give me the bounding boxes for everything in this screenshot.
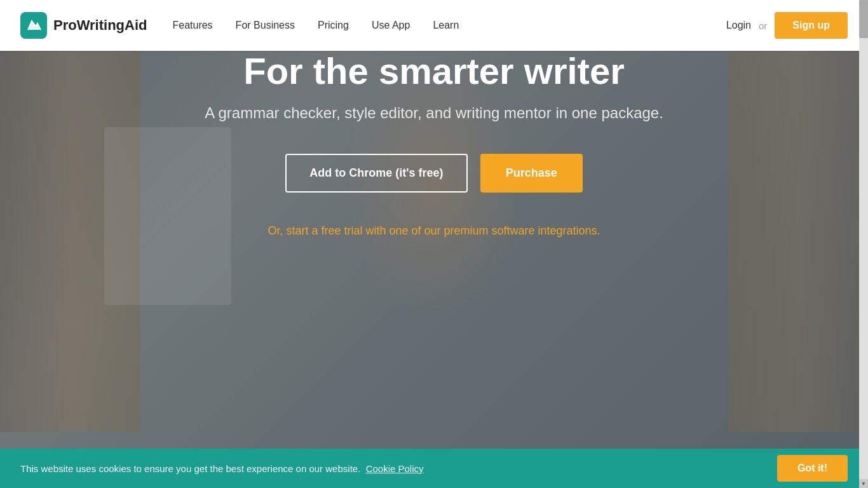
hero-subtitle: A grammar checker, style editor, and wri… — [205, 104, 663, 122]
navbar: ProWritingAid Features For Business Pric… — [0, 0, 868, 51]
nav-for-business[interactable]: For Business — [236, 20, 295, 31]
signup-button[interactable]: Sign up — [775, 12, 848, 39]
add-chrome-button[interactable]: Add to Chrome (it's free) — [285, 154, 467, 193]
nav-links: Features For Business Pricing Use App Le… — [172, 20, 726, 31]
nav-right: Login or Sign up — [726, 12, 848, 39]
trial-text: Or, start a free trial with one of our p… — [268, 224, 600, 238]
login-link[interactable]: Login — [726, 20, 751, 31]
scrollbar: ▲ ▼ — [859, 0, 868, 488]
hero-title: For the smarter writer — [243, 51, 625, 92]
brand-name: ProWritingAid — [53, 17, 147, 34]
purchase-button[interactable]: Purchase — [480, 154, 583, 193]
scroll-down-arrow[interactable]: ▼ — [859, 479, 868, 488]
nav-use-app[interactable]: Use App — [372, 20, 410, 31]
nav-features[interactable]: Features — [172, 20, 212, 31]
got-it-button[interactable]: Got it! — [777, 455, 848, 482]
logo[interactable]: ProWritingAid — [20, 12, 147, 39]
logo-icon — [20, 12, 47, 39]
scrollbar-thumb[interactable] — [859, 0, 868, 38]
cookie-policy-link[interactable]: Cookie Policy — [366, 463, 424, 474]
nav-learn[interactable]: Learn — [433, 20, 459, 31]
cookie-banner: This website uses cookies to ensure you … — [0, 449, 868, 488]
nav-pricing[interactable]: Pricing — [318, 20, 349, 31]
cookie-message: This website uses cookies to ensure you … — [20, 463, 767, 474]
nav-or-text: or — [759, 20, 767, 31]
hero-buttons: Add to Chrome (it's free) Purchase — [285, 154, 582, 193]
